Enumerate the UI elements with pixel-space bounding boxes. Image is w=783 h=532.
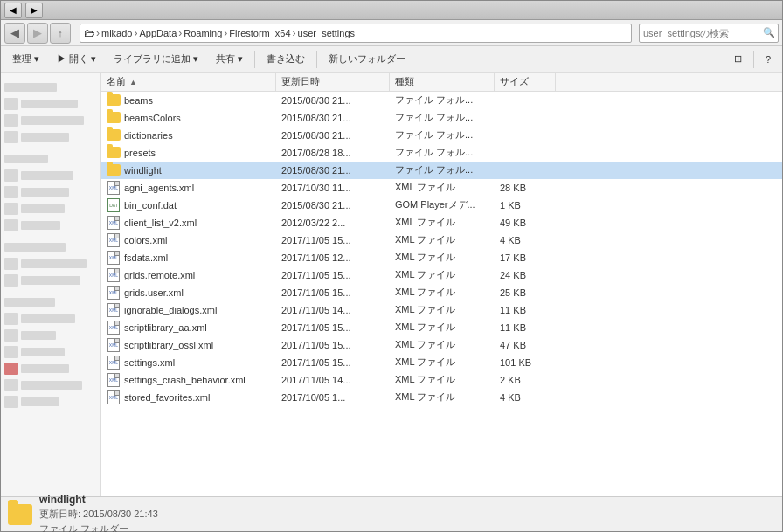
organize-button[interactable]: 整理 ▾ [4, 49, 47, 70]
cell-size [495, 109, 556, 126]
cell-date: 2017/11/05 14... [276, 371, 390, 388]
cell-size [495, 92, 556, 108]
col-date-header[interactable]: 更新日時 [276, 73, 390, 91]
sidebar-extra5-text [21, 397, 59, 406]
status-info: windlight 更新日時: 2015/08/30 21:43 ファイル フォ… [39, 494, 158, 533]
cell-size: 4 KB [495, 231, 556, 248]
cell-name: XML grids.user.xml [101, 284, 276, 301]
open-button[interactable]: ▶ 開く ▾ [49, 49, 104, 70]
add-to-library-button[interactable]: ライブラリに追加 ▾ [106, 49, 206, 70]
sidebar-desktop[interactable] [1, 95, 100, 112]
toolbar-sep-2 [316, 51, 317, 68]
folder-icon [107, 147, 121, 158]
cell-size: 4 KB [495, 389, 556, 405]
table-row[interactable]: XML fsdata.xml 2017/11/05 12... XML ファイル… [101, 249, 782, 266]
view-button[interactable]: ⊞ [726, 49, 750, 70]
sidebar-local-disk[interactable] [1, 255, 100, 272]
sidebar-disk-text [21, 259, 87, 268]
cell-name: XML client_list_v2.xml [101, 214, 276, 231]
breadcrumb-roaming[interactable]: Roaming [184, 28, 222, 38]
forward-btn[interactable]: ▶ [25, 3, 43, 18]
col-size-header[interactable]: サイズ [495, 73, 556, 91]
cell-date: 2015/08/30 21... [276, 162, 390, 178]
xml-icon: XML [107, 216, 120, 230]
sidebar-extra-3[interactable] [1, 360, 100, 377]
sidebar-extra2-text [21, 348, 65, 356]
table-row[interactable]: beamsColors 2015/08/30 21... ファイル フォル... [101, 109, 782, 127]
burn-button[interactable]: 書き込む [259, 49, 313, 70]
sidebar-network-item[interactable] [1, 310, 100, 327]
file-icon: XML [107, 304, 121, 316]
new-folder-button[interactable]: 新しいフォルダー [321, 49, 413, 70]
table-row[interactable]: beams 2015/08/30 21... ファイル フォル... [101, 92, 782, 109]
sidebar-downloads[interactable] [1, 112, 100, 128]
table-row[interactable]: XML agni_agents.xml 2017/10/30 11... XML… [101, 179, 782, 197]
xml-icon: XML [107, 321, 120, 335]
col-type-header[interactable]: 種類 [390, 73, 495, 91]
sidebar[interactable] [1, 73, 101, 496]
table-row[interactable]: XML scriptlibrary_aa.xml 2017/11/05 15..… [101, 319, 782, 336]
cell-size: 24 KB [495, 266, 556, 283]
cell-type: XML ファイル [390, 371, 495, 388]
sidebar-pictures[interactable] [1, 183, 100, 200]
breadcrumb[interactable]: 🗁 › mikado › AppData › Roaming › Firesto… [80, 24, 632, 43]
cell-type: XML ファイル [390, 336, 495, 353]
sidebar-extra-5[interactable] [1, 393, 100, 410]
help-button[interactable]: ? [758, 49, 779, 70]
table-row[interactable]: XML grids.remote.xml 2017/11/05 15... XM… [101, 266, 782, 284]
sidebar-pictures-icon [4, 186, 18, 198]
sidebar-music[interactable] [1, 200, 100, 217]
sidebar-recent[interactable] [1, 128, 100, 145]
cell-type: XML ファイル [390, 389, 495, 405]
table-row[interactable]: windlight 2015/08/30 21... ファイル フォル... [101, 162, 782, 179]
table-row[interactable]: XML client_list_v2.xml 2012/03/22 2... X… [101, 214, 782, 231]
sidebar-video-text [21, 221, 60, 230]
table-row[interactable]: XML settings.xml 2017/11/05 15... XML ファ… [101, 354, 782, 371]
sidebar-extra-1[interactable] [1, 327, 100, 343]
breadcrumb-user-settings[interactable]: user_settings [298, 28, 355, 38]
cell-type: XML ファイル [390, 319, 495, 335]
table-row[interactable]: dictionaries 2015/08/30 21... ファイル フォル..… [101, 127, 782, 144]
file-icon [107, 112, 121, 124]
cell-size: 101 KB [495, 354, 556, 370]
table-row[interactable]: presets 2017/08/28 18... ファイル フォル... [101, 144, 782, 162]
cell-type: ファイル フォル... [390, 162, 495, 178]
cell-type: XML ファイル [390, 354, 495, 370]
nav-forward-btn[interactable]: ▶ [27, 23, 48, 44]
table-row[interactable]: XML stored_favorites.xml 2017/10/05 1...… [101, 389, 782, 406]
folder-icon [107, 164, 121, 176]
search-input[interactable] [639, 24, 779, 43]
file-name: beamsColors [124, 113, 181, 123]
sidebar-drive-2[interactable] [1, 272, 100, 288]
nav-up-btn[interactable]: ↑ [50, 23, 71, 44]
back-btn[interactable]: ◀ [4, 3, 22, 18]
cell-name: XML colors.xml [101, 231, 276, 248]
sidebar-docs[interactable] [1, 167, 100, 183]
sidebar-desktop-text [21, 100, 78, 108]
breadcrumb-appdata[interactable]: AppData [139, 28, 177, 38]
breadcrumb-firestorm[interactable]: Firestorm_x64 [229, 28, 290, 38]
table-row[interactable]: XML colors.xml 2017/11/05 15... XML ファイル… [101, 231, 782, 249]
search-icon[interactable]: 🔍 [761, 25, 777, 41]
col-name-header[interactable]: 名前 ▲ [101, 73, 276, 91]
table-row[interactable]: DAT bin_conf.dat 2015/08/30 21... GOM Pl… [101, 197, 782, 214]
table-row[interactable]: XML grids.user.xml 2017/11/05 15... XML … [101, 284, 782, 301]
nav-back-btn[interactable]: ◀ [4, 23, 25, 44]
sidebar-video[interactable] [1, 217, 100, 233]
file-list[interactable]: beams 2015/08/30 21... ファイル フォル... beams… [101, 92, 782, 496]
sidebar-extra-4[interactable] [1, 377, 100, 393]
cell-size: 2 KB [495, 371, 556, 388]
toolbar-sep [254, 51, 255, 68]
share-button[interactable]: 共有 ▾ [208, 49, 251, 70]
table-row[interactable]: XML settings_crash_behavior.xml 2017/11/… [101, 371, 782, 389]
sidebar-extra3-text [21, 364, 69, 373]
table-row[interactable]: XML ignorable_dialogs.xml 2017/11/05 14.… [101, 301, 782, 319]
file-icon: XML [107, 234, 121, 246]
table-row[interactable]: XML scriptlibrary_ossl.xml 2017/11/05 15… [101, 336, 782, 354]
cell-name: beams [101, 92, 276, 108]
file-name: fsdata.xml [124, 252, 168, 263]
title-bar: ◀ ▶ [1, 1, 782, 20]
cell-date: 2017/11/05 15... [276, 336, 390, 353]
breadcrumb-mikado[interactable]: mikado [101, 28, 132, 38]
sidebar-extra-2[interactable] [1, 343, 100, 360]
